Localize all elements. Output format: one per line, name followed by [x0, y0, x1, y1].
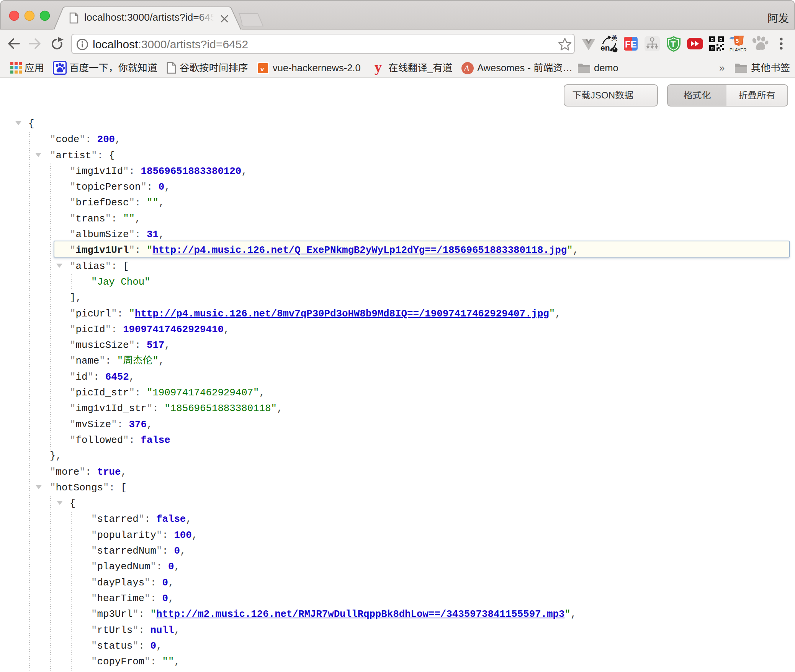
svg-text:PLAYER: PLAYER: [730, 48, 747, 52]
svg-text:FE: FE: [625, 39, 637, 49]
svg-text:5: 5: [736, 38, 739, 44]
svg-text:英: 英: [611, 34, 617, 42]
svg-text:v: v: [260, 66, 264, 73]
svg-text:A: A: [463, 63, 469, 73]
svg-text:y: y: [375, 61, 382, 75]
svg-text:T: T: [671, 39, 676, 49]
svg-text:en: en: [600, 43, 610, 52]
